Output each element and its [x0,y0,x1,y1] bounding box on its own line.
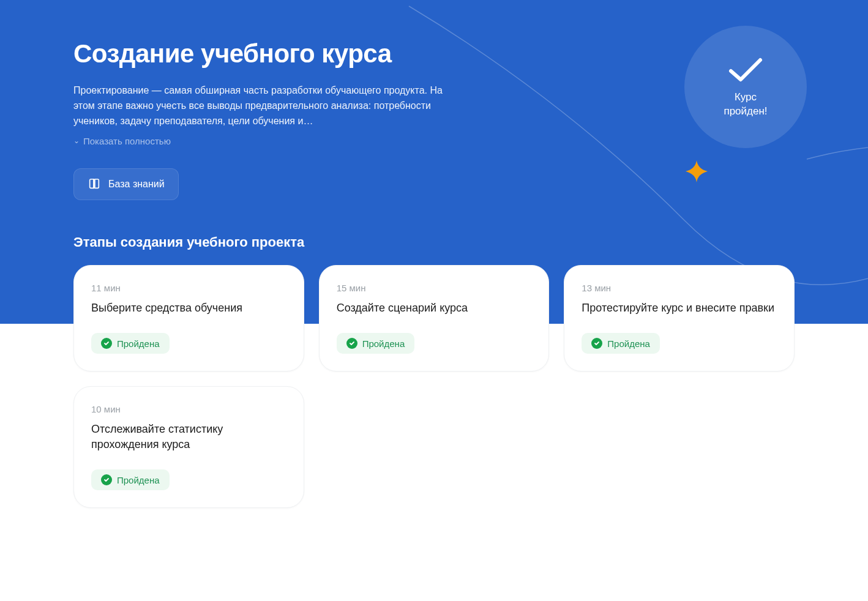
status-label: Пройдена [117,475,160,485]
completion-badge: Курс пройден! [684,26,807,148]
completion-line-1: Курс [735,91,757,105]
stage-duration: 13 мин [582,283,777,293]
page-title: Создание учебного курса [73,39,795,69]
status-label: Пройдена [607,338,650,349]
stage-card[interactable]: 10 мин Отслеживайте статистику прохожден… [73,386,304,508]
status-badge: Пройдена [582,333,660,354]
status-badge: Пройдена [91,333,170,354]
stage-duration: 10 мин [91,404,286,414]
status-label: Пройдена [117,338,160,349]
completion-line-2: пройден! [724,105,767,119]
stage-duration: 15 мин [337,283,532,293]
check-circle-icon [101,474,112,485]
stage-card[interactable]: 13 мин Протестируйте курс и внесите прав… [564,265,795,371]
stage-card[interactable]: 15 мин Создайте сценарий курса Пройдена [319,265,550,371]
stage-title: Отслеживайте статистику прохождения курс… [91,422,286,452]
chevron-down-icon: ⌄ [73,136,80,145]
check-circle-icon [346,338,357,349]
stage-title: Создайте сценарий курса [337,300,532,316]
sparkle-icon [684,159,709,184]
course-description: Проектирование — самая обширная часть ра… [73,83,453,129]
status-badge: Пройдена [91,469,170,490]
status-badge: Пройдена [337,333,415,354]
stage-cards-grid: 11 мин Выберите средства обучения Пройде… [73,265,795,509]
stages-section-title: Этапы создания учебного проекта [73,234,795,250]
check-circle-icon [101,338,112,349]
book-icon [88,177,101,191]
check-circle-icon [591,338,602,349]
checkmark-icon [726,55,765,84]
stage-title: Выберите средства обучения [91,300,286,316]
stage-card[interactable]: 11 мин Выберите средства обучения Пройде… [73,265,304,371]
show-more-label: Показать полностью [83,136,171,146]
status-label: Пройдена [362,338,405,349]
kb-button-label: База знаний [108,179,165,190]
knowledge-base-button[interactable]: База знаний [73,168,179,200]
show-more-button[interactable]: ⌄ Показать полностью [73,136,171,146]
stage-duration: 11 мин [91,283,286,293]
stage-title: Протестируйте курс и внесите правки [582,300,777,316]
